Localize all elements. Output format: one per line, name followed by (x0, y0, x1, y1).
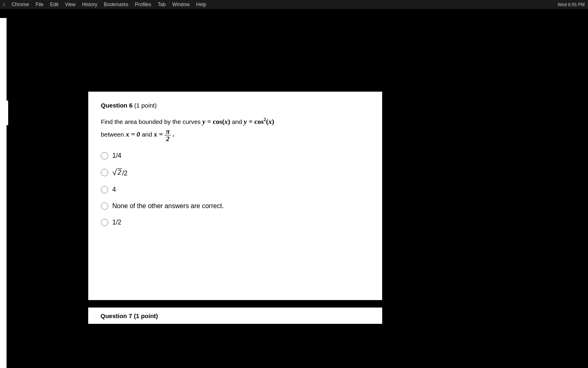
menu-bookmarks[interactable]: Bookmarks (104, 2, 128, 7)
menu-chrome[interactable]: Chrome (11, 2, 29, 7)
radio-opt4[interactable] (101, 202, 108, 210)
radio-opt2[interactable] (101, 169, 108, 176)
option-item-3[interactable]: 4 (101, 186, 370, 193)
menu-file[interactable]: File (36, 2, 43, 7)
option-label-3[interactable]: 4 (112, 186, 116, 193)
eq-zero: 0 (137, 130, 140, 138)
option-item-4[interactable]: None of the other answers are correct. (101, 202, 370, 210)
menu-bar-right: Wed 6:55 PM (558, 2, 585, 7)
option-item-1[interactable]: 1/4 (101, 152, 370, 159)
question-label: Question (101, 102, 129, 109)
menu-bar-items:  Chrome File Edit View History Bookmark… (3, 2, 206, 7)
options-list: 1/4 √2 /2 4 None of the other answers ar… (101, 152, 370, 226)
eq-cos-x: cos(x) (213, 118, 230, 126)
option-label-5[interactable]: 1/2 (112, 219, 121, 226)
menu-help[interactable]: Help (196, 2, 206, 7)
menu-apple[interactable]:  (3, 2, 5, 7)
sqrt-radical: √ (112, 168, 117, 177)
eq-x2-lhs: x (154, 130, 157, 138)
eq-and2: and (140, 131, 154, 138)
content-area: Question 6 (1 point) Find the area bound… (0, 9, 588, 368)
question-number: 6 (129, 102, 132, 109)
question-text: Find the area bounded by the curves y = … (101, 115, 370, 142)
radio-opt1[interactable] (101, 152, 108, 159)
option-label-1[interactable]: 1/4 (112, 152, 121, 159)
menu-edit[interactable]: Edit (50, 2, 58, 7)
menu-bar:  Chrome File Edit View History Bookmark… (0, 0, 588, 9)
menu-tab[interactable]: Tab (158, 2, 165, 7)
question-card: Question 6 (1 point) Find the area bound… (88, 92, 382, 300)
left-strip (0, 18, 7, 368)
bottom-question: Question 7 (1 point) (88, 307, 382, 324)
eq-pi-half: π2 (165, 128, 171, 142)
question-header: Question 6 (1 point) (101, 102, 370, 109)
question-text-between: between (101, 131, 126, 138)
clock: Wed 6:55 PM (558, 2, 585, 7)
eq-equals-2: = (247, 118, 254, 126)
eq-equals-4: = (157, 130, 165, 138)
eq-equals-3: = (129, 130, 136, 138)
eq-equals-1: = (205, 118, 213, 126)
question-points: (1 point) (133, 102, 157, 109)
menu-history[interactable]: History (82, 2, 97, 7)
eq-y2-lhs: y (244, 118, 247, 126)
left-indicator (0, 101, 8, 125)
menu-window[interactable]: Window (172, 2, 190, 7)
option-item-5[interactable]: 1/2 (101, 219, 370, 226)
option-label-2[interactable]: √2 /2 (112, 168, 127, 177)
eq-y1-lhs: y (203, 118, 206, 126)
eq-cos2-x: cos2(x) (254, 118, 274, 126)
radio-opt3[interactable] (101, 186, 108, 193)
sqrt-content: 2 (117, 168, 122, 176)
eq-and: and (230, 118, 244, 125)
menu-view[interactable]: View (65, 2, 76, 7)
menu-profiles[interactable]: Profiles (135, 2, 151, 7)
option-label-4[interactable]: None of the other answers are correct. (112, 202, 224, 210)
bottom-question-text: Question 7 (1 point) (100, 312, 158, 319)
eq-period: . (171, 130, 174, 138)
sqrt-symbol: √2 (112, 168, 122, 177)
question-text-prefix: Find the area bounded by the curves (101, 118, 203, 125)
radio-opt5[interactable] (101, 219, 108, 226)
option-item-2[interactable]: √2 /2 (101, 168, 370, 177)
